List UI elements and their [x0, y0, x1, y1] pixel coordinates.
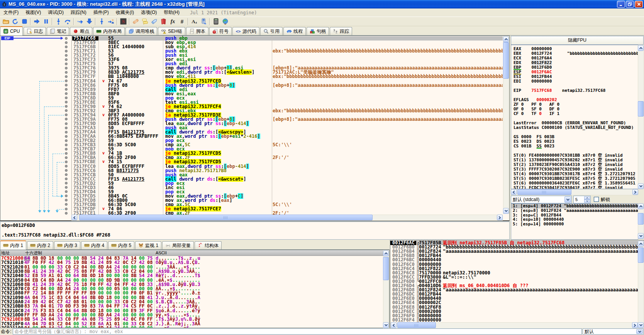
- disasm-row[interactable]: 7517FCB366:3D 5C00cmp ax,5C5C:'\\': [72, 143, 503, 147]
- register-line[interactable]: EDI 00000000: [514, 79, 552, 84]
- breakpoint-dot[interactable]: [65, 199, 68, 201]
- breakpoint-dot[interactable]: [65, 161, 68, 163]
- scroll-right-icon[interactable]: [497, 215, 503, 220]
- toolbar-open-file-button[interactable]: [1, 17, 10, 26]
- tab-breakpoint[interactable]: 断点: [70, 27, 92, 35]
- tab-trace[interactable]: 跟踪: [330, 27, 352, 35]
- maximize-button[interactable]: [626, 1, 634, 8]
- menu-item-7[interactable]: 选项(O): [137, 8, 160, 17]
- argument-row[interactable]: 5: [esp+14] 00000000: [511, 222, 638, 227]
- disasm-row[interactable]: 7517FCC668 B8171775push netapi32.751717B…: [72, 169, 503, 173]
- bottom-tab-ram-3[interactable]: 内存 3: [54, 241, 80, 249]
- dump-byte[interactable]: A4: [106, 326, 112, 328]
- disasm-row[interactable]: 7517FC7256push esi: [72, 53, 503, 58]
- dump-byte[interactable]: A4: [49, 326, 54, 328]
- scroll-right-icon[interactable]: [632, 322, 638, 328]
- breakpoint-dot[interactable]: [65, 173, 68, 176]
- toolbar-trace-into-button[interactable]: [75, 17, 85, 26]
- disasm-row[interactable]: 7517FCAA66:8B8475 EAFBFFFFmov ax,word pt…: [72, 134, 503, 139]
- disasm-row[interactable]: 7517FCBA66:3D 2F00cmp ax,2F2F:'/': [72, 156, 503, 160]
- scroll-down-icon[interactable]: [638, 322, 644, 328]
- scroll-down-icon[interactable]: [503, 208, 509, 214]
- register-line[interactable]: ST(7) FCDC7C93041F7C93041F x87r7 空 inval…: [514, 186, 623, 189]
- register-line[interactable]: LastStatus C0000100 (STATUS_VARIABLE_NOT…: [514, 125, 634, 130]
- disasm-row[interactable]: 7517FCD58B45 0Cmov eax,dword ptr ss:[ebp…: [72, 194, 503, 198]
- scrollbar-thumb[interactable]: [503, 42, 509, 79]
- argument-row[interactable]: 2: [esp+8] 0012F824 "aaaaaaaaaaaaaaaaaaa…: [511, 208, 638, 213]
- breakpoint-dot[interactable]: [65, 50, 68, 52]
- tab-source-code[interactable]: <>源代码: [232, 27, 259, 35]
- dump-byte[interactable]: 00: [73, 326, 79, 328]
- unlock-checkbox[interactable]: [594, 197, 599, 202]
- menu-item-1[interactable]: 文件(F): [0, 8, 22, 17]
- dump-byte[interactable]: 00: [90, 326, 95, 328]
- toolbar-bookmark-button[interactable]: [159, 17, 168, 26]
- disasm-row[interactable]: 7517FCD459pop ecx: [72, 190, 503, 194]
- disasm-row[interactable]: 7517FC86FF75 08push dword ptr ss:[ebp+8]…: [72, 83, 503, 88]
- command-profile-combo[interactable]: 默认: [583, 328, 644, 335]
- bottom-tab-ram-4[interactable]: 内存 4: [81, 241, 107, 249]
- scrollbar-thumb[interactable]: [79, 215, 373, 220]
- breakpoint-dot[interactable]: [65, 127, 68, 129]
- toolbar-step-into-button[interactable]: [54, 17, 63, 26]
- breakpoint-dot[interactable]: [65, 131, 68, 134]
- dump-byte[interactable]: 24: [57, 326, 63, 328]
- stack-row[interactable]: 0012F6F4│00000000: [390, 318, 638, 322]
- disassembly-pane[interactable]: EIP 7517FC6855push ebp7517FC698BECmov eb…: [0, 36, 510, 221]
- breakpoint-dot[interactable]: [65, 58, 68, 61]
- scrollbar-thumb[interactable]: [638, 247, 644, 263]
- dump-byte[interactable]: 00: [147, 326, 153, 328]
- toolbar-step-out-button[interactable]: [97, 17, 106, 26]
- toolbar-pause-button[interactable]: [41, 17, 51, 26]
- scroll-left-icon[interactable]: [511, 189, 517, 195]
- scroll-down-icon[interactable]: [638, 183, 644, 189]
- breakpoint-dot[interactable]: [65, 67, 68, 69]
- breakpoint-dot[interactable]: [65, 212, 68, 215]
- breakpoint-dot[interactable]: [65, 113, 68, 116]
- register-line[interactable]: CF 0 TF 0 IF 1: [514, 112, 559, 116]
- breakpoint-dot[interactable]: [65, 71, 68, 74]
- breakpoint-dot[interactable]: [65, 148, 68, 151]
- menu-item-8[interactable]: 帮助(H): [160, 8, 183, 17]
- disasm-row[interactable]: 7517FC7333F6xor esi,esi: [72, 58, 503, 62]
- breakpoint-dot[interactable]: [65, 118, 68, 120]
- register-line[interactable]: EIP 7517FC68 netapi32.7517FC68: [514, 88, 605, 93]
- toolbar-run-to-user-code-button[interactable]: [106, 17, 115, 26]
- spin-down-icon[interactable]: [584, 200, 590, 203]
- breakpoint-dot[interactable]: [65, 88, 68, 91]
- calling-convention-combo[interactable]: 默认 (stdcall): [511, 196, 572, 203]
- disasm-row[interactable]: 7517FC8E85F6test esi,esi: [72, 100, 503, 105]
- disasm-row[interactable]: 7517FCDB66:3D 5C00cmp ax,5C5C:'\\': [72, 203, 503, 207]
- toolbar-assemble-button[interactable]: [199, 17, 208, 26]
- scrollbar-track[interactable]: [638, 45, 644, 189]
- scroll-down-icon[interactable]: [383, 322, 389, 328]
- dump-byte[interactable]: 00: [131, 326, 136, 328]
- dump-byte[interactable]: 00: [123, 326, 128, 328]
- close-button[interactable]: [635, 1, 643, 8]
- breakpoint-dot[interactable]: [65, 46, 68, 48]
- breakpoint-dot[interactable]: [65, 190, 68, 193]
- scrollbar-thumb[interactable]: [638, 101, 644, 117]
- breakpoint-dot[interactable]: [65, 63, 68, 65]
- disasm-row[interactable]: 7517FC7FBB 11040000mov ebx,411ebx:"bbbbb…: [72, 74, 503, 79]
- breakpoint-dot[interactable]: [65, 203, 68, 206]
- bottom-tab-ram-2[interactable]: 内存 2: [27, 241, 53, 249]
- scrollbar-thumb[interactable]: [638, 213, 644, 225]
- toolbar-restart-button[interactable]: [10, 17, 20, 26]
- scroll-left-icon[interactable]: [391, 322, 397, 328]
- combo-dropdown-icon[interactable]: [564, 196, 571, 203]
- toolbar-comment-button[interactable]: [140, 17, 149, 26]
- breakpoint-dot[interactable]: [65, 80, 68, 82]
- tab-seh-chain[interactable]: !SEH链: [158, 27, 185, 35]
- tab-references[interactable]: 引用: [260, 27, 283, 35]
- bottom-tab-struct[interactable]: 结构体: [195, 241, 222, 249]
- breakpoint-dot[interactable]: [65, 109, 68, 112]
- tab-script[interactable]: <>脚本: [186, 27, 208, 35]
- scrollbar-thumb[interactable]: [383, 257, 389, 280]
- argument-count-spinner[interactable]: 5: [573, 196, 591, 203]
- tab-handles[interactable]: 句柄: [307, 27, 329, 35]
- scrollbar-thumb[interactable]: [517, 189, 571, 195]
- breakpoint-dot[interactable]: [65, 152, 68, 155]
- menu-item-6[interactable]: 收藏夹(I): [112, 8, 137, 17]
- bottom-tab-ram-1[interactable]: 内存 1: [0, 240, 26, 250]
